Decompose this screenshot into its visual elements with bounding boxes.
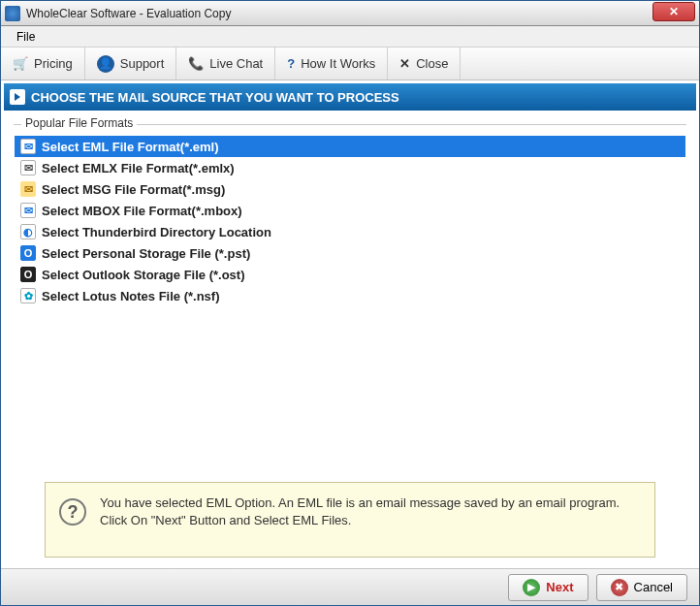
phone-icon: 📞 bbox=[188, 56, 204, 71]
format-option[interactable]: ✉Select MSG File Format(*.msg) bbox=[15, 178, 685, 200]
file-format-icon: ✉ bbox=[20, 139, 36, 154]
arrow-right-icon bbox=[10, 89, 25, 105]
format-option-label: Select MSG File Format(*.msg) bbox=[42, 182, 225, 197]
format-option-label: Select Lotus Notes File (*.nsf) bbox=[42, 289, 219, 303]
format-option-label: Select MBOX File Format(*.mbox) bbox=[42, 204, 242, 218]
format-option-label: Select Thunderbird Directory Location bbox=[42, 225, 271, 239]
toolbar-pricing-button[interactable]: 🛒 Pricing bbox=[1, 48, 85, 80]
file-format-icon: ◐ bbox=[20, 224, 36, 239]
format-list: ✉Select EML File Format(*.eml)✉Select EM… bbox=[14, 135, 686, 307]
file-format-icon: ✉ bbox=[20, 181, 36, 197]
format-option[interactable]: ◐Select Thunderbird Directory Location bbox=[15, 221, 685, 242]
toolbar-support-label: Support bbox=[120, 56, 165, 71]
file-format-icon: ✉ bbox=[20, 160, 36, 175]
format-option[interactable]: OSelect Personal Storage File (*.pst) bbox=[15, 242, 685, 264]
next-button[interactable]: ▶ Next bbox=[508, 574, 588, 601]
banner-text: CHOOSE THE MAIL SOURCE THAT YOU WANT TO … bbox=[31, 90, 399, 105]
cancel-label: Cancel bbox=[634, 580, 673, 594]
cancel-button[interactable]: ✖ Cancel bbox=[596, 574, 687, 601]
format-option-label: Select Outlook Storage File (*.ost) bbox=[42, 268, 244, 282]
toolbar-howitworks-label: How It Works bbox=[301, 56, 375, 71]
format-option[interactable]: ✿Select Lotus Notes File (*.nsf) bbox=[15, 285, 685, 306]
toolbar-support-button[interactable]: 👤 Support bbox=[85, 48, 177, 80]
window-close-button[interactable]: ✕ bbox=[652, 2, 695, 21]
close-icon: ✕ bbox=[399, 56, 410, 71]
file-format-icon: O bbox=[20, 245, 36, 261]
arrow-right-icon: ▶ bbox=[523, 579, 540, 596]
next-label: Next bbox=[546, 580, 573, 594]
toolbar-close-label: Close bbox=[416, 56, 448, 71]
support-icon: 👤 bbox=[97, 55, 114, 73]
toolbar-livechat-button[interactable]: 📞 Live Chat bbox=[176, 48, 275, 80]
app-window: WholeClear Software - Evaluation Copy ✕ … bbox=[0, 0, 700, 606]
format-option-label: Select EMLX File Format(*.emlx) bbox=[42, 161, 235, 175]
info-icon: ? bbox=[59, 498, 86, 526]
menu-file[interactable]: File bbox=[9, 28, 43, 46]
cancel-icon: ✖ bbox=[611, 579, 628, 596]
file-format-icon: O bbox=[20, 267, 36, 282]
toolbar-livechat-label: Live Chat bbox=[209, 56, 263, 71]
format-option-label: Select EML File Format(*.eml) bbox=[42, 140, 219, 154]
cart-icon: 🛒 bbox=[13, 56, 28, 71]
format-option-label: Select Personal Storage File (*.pst) bbox=[42, 246, 250, 261]
file-format-icon: ✿ bbox=[20, 288, 36, 303]
toolbar-pricing-label: Pricing bbox=[34, 56, 73, 71]
format-group-label: Popular File Formats bbox=[21, 116, 137, 130]
format-option[interactable]: OSelect Outlook Storage File (*.ost) bbox=[15, 264, 685, 285]
file-format-icon: ✉ bbox=[20, 203, 36, 218]
content-area: CHOOSE THE MAIL SOURCE THAT YOU WANT TO … bbox=[1, 80, 699, 568]
instruction-banner: CHOOSE THE MAIL SOURCE THAT YOU WANT TO … bbox=[4, 83, 696, 111]
format-option[interactable]: ✉Select MBOX File Format(*.mbox) bbox=[15, 200, 685, 221]
info-panel: ? You have selected EML Option. An EML f… bbox=[45, 482, 655, 558]
menubar: File bbox=[1, 26, 699, 48]
format-group: Popular File Formats ✉Select EML File Fo… bbox=[14, 124, 686, 307]
window-title: WholeClear Software - Evaluation Copy bbox=[26, 7, 652, 20]
info-text: You have selected EML Option. An EML fil… bbox=[100, 494, 641, 528]
format-option[interactable]: ✉Select EMLX File Format(*.emlx) bbox=[15, 157, 685, 178]
titlebar: WholeClear Software - Evaluation Copy ✕ bbox=[1, 1, 699, 26]
app-icon bbox=[5, 6, 20, 21]
toolbar: 🛒 Pricing 👤 Support 📞 Live Chat ? How It… bbox=[1, 48, 699, 80]
footer: ▶ Next ✖ Cancel bbox=[1, 568, 699, 605]
toolbar-close-button[interactable]: ✕ Close bbox=[388, 48, 461, 80]
toolbar-howitworks-button[interactable]: ? How It Works bbox=[275, 48, 388, 80]
question-icon: ? bbox=[287, 56, 295, 71]
format-option[interactable]: ✉Select EML File Format(*.eml) bbox=[15, 136, 685, 157]
